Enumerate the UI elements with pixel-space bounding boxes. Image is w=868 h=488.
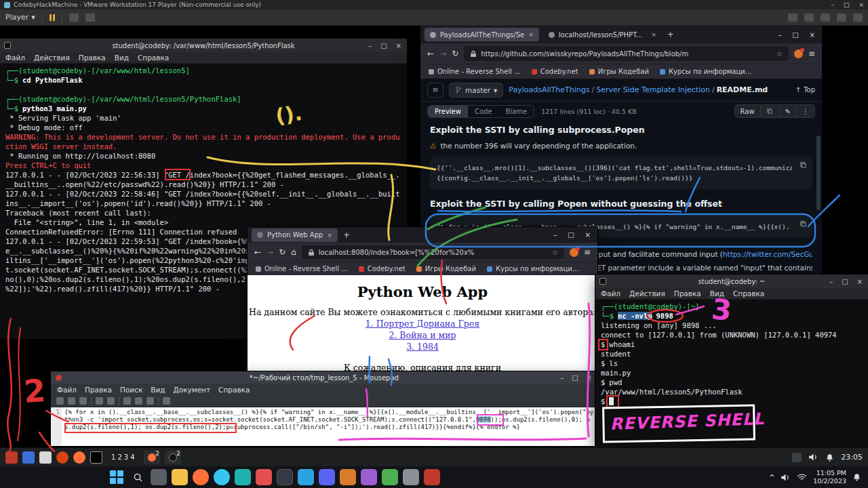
bookmark-reverse-shell[interactable]: Online - Reverse Shell ... <box>256 265 348 272</box>
menu-help[interactable]: Справка <box>733 289 764 298</box>
menu-edit[interactable]: Правка <box>79 54 106 62</box>
window-minimize-button[interactable]: – <box>778 31 781 39</box>
bookmark-codeby[interactable]: Codeby.net <box>359 265 406 272</box>
undo-icon[interactable] <box>96 397 103 405</box>
sidebar-toggle-button[interactable]: ≡ <box>427 83 443 98</box>
vm-files-icon[interactable] <box>22 451 35 464</box>
grab-input-button[interactable] <box>85 14 95 22</box>
tray-expand-icon[interactable]: ^ <box>769 474 774 481</box>
window-minimize-button[interactable]: – <box>553 231 557 239</box>
network-adapter-icon[interactable] <box>788 14 797 22</box>
breadcrumb-repo-link[interactable]: PayloadsAllTheThings <box>509 85 589 94</box>
volume-icon[interactable] <box>808 453 818 462</box>
reload-button[interactable]: ↻ <box>279 247 285 257</box>
player-menu-button[interactable]: Player ▾ <box>5 13 35 22</box>
menu-search[interactable]: Поиск <box>120 386 142 394</box>
tab-localhost-phptwig[interactable]: localhost/lesson5/PHPTwigI × <box>543 28 662 41</box>
vmware-close-button[interactable]: × <box>859 1 864 8</box>
vm-browser-icon[interactable] <box>56 451 68 464</box>
back-button[interactable]: ← <box>254 247 261 257</box>
book-link-2[interactable]: 2. Война и мир <box>248 330 597 340</box>
open-file-icon[interactable] <box>68 397 75 405</box>
tab-close-icon[interactable]: × <box>528 31 534 38</box>
start-icon[interactable] <box>108 469 125 485</box>
edit-file-button[interactable]: ✎ <box>780 104 797 118</box>
reload-button[interactable]: ↻ <box>452 49 458 58</box>
menu-edit[interactable]: Правка <box>85 386 112 394</box>
vscode-icon[interactable] <box>298 469 314 485</box>
book-link-1[interactable]: 1. Портрет Дориана Грея <box>248 319 597 329</box>
url-bar[interactable]: https://github.com/swisskyrepo/PayloadsA… <box>464 46 789 61</box>
forward-button[interactable]: → <box>267 247 273 257</box>
nc-terminal-output[interactable]: ┌──(student@codeby)-[~] └─$nc -nvlp9898 … <box>595 300 868 447</box>
pinned-app-icon-5[interactable] <box>382 469 398 485</box>
vm-text-editor-icon[interactable] <box>39 451 52 464</box>
window-close-button[interactable]: × <box>810 31 815 39</box>
menu-edit[interactable]: Правка <box>674 289 701 298</box>
heading-popen-no-offset[interactable]: Exploit the SSTI by calling Popen withou… <box>430 199 812 209</box>
tab-payloadsallthethings[interactable]: PayloadsAllTheThings/Se × <box>425 28 539 41</box>
tray-icon[interactable] <box>792 453 802 462</box>
more-options-button[interactable]: ⋮ <box>797 104 815 118</box>
tab-preview[interactable]: Preview <box>428 106 468 117</box>
menu-actions[interactable]: Действия <box>34 54 70 62</box>
bookmark-codeby[interactable]: Codeby.net <box>532 68 578 75</box>
menu-view[interactable]: Вид <box>115 54 129 62</box>
bookmark-games[interactable]: Игры Кодебай <box>589 68 649 75</box>
firefox-window-button[interactable]: 2 <box>144 451 160 464</box>
file-explorer-icon[interactable] <box>172 469 188 485</box>
menu-file[interactable]: Файл <box>601 289 620 298</box>
terminal-icon[interactable] <box>277 469 293 485</box>
window-close-button[interactable]: × <box>585 231 591 239</box>
raw-button[interactable]: Raw <box>734 104 761 118</box>
pinned-app-icon-1[interactable] <box>235 469 251 485</box>
tab-close-icon[interactable]: × <box>651 31 656 38</box>
close-button[interactable]: × <box>857 278 863 285</box>
save-file-icon[interactable] <box>79 397 87 405</box>
suspend-vm-button[interactable] <box>50 14 55 21</box>
close-button[interactable]: × <box>396 42 401 49</box>
redo-icon[interactable] <box>107 397 115 405</box>
back-to-top-link[interactable]: ↑Top <box>795 86 815 94</box>
app-menu-icon[interactable]: ≡ <box>808 49 815 58</box>
send-ctrl-alt-del-button[interactable] <box>69 14 79 22</box>
flask-terminal-titlebar[interactable]: student@codeby: /var/www/html/lesson5/Py… <box>0 39 407 52</box>
virtual-printer-icon[interactable] <box>837 14 846 22</box>
window-maximize-button[interactable]: □ <box>568 231 574 239</box>
window-maximize-button[interactable]: □ <box>792 31 798 39</box>
copy-icon[interactable] <box>135 397 142 405</box>
branch-selector-button[interactable]: master ▾ <box>449 83 503 98</box>
firefox-icon[interactable] <box>193 469 209 485</box>
maximize-button[interactable]: □ <box>842 278 848 285</box>
bookmark-star-icon[interactable]: ☆ <box>552 249 558 256</box>
cut-icon[interactable] <box>123 397 131 405</box>
heading-subprocess-popen[interactable]: Exploit the SSTI by calling subprocess.P… <box>430 125 812 135</box>
url-bar[interactable]: localhost:8080/index?book=[%%20for%20x% … <box>302 245 564 259</box>
twitter-link[interactable]: https://twitter.com/SecGus <box>723 250 812 258</box>
usb-device-icon[interactable] <box>804 14 814 22</box>
paste-icon[interactable] <box>146 397 154 405</box>
vm-firefox-icon[interactable] <box>73 451 85 464</box>
minimize-button[interactable]: – <box>560 374 564 382</box>
fullscreen-icon[interactable] <box>853 14 863 22</box>
workspace-1[interactable]: 1 <box>111 453 115 461</box>
workspace-4[interactable]: 4 <box>130 453 134 461</box>
bookmark-reverse-shell[interactable]: Online - Reverse Shell ... <box>429 68 521 75</box>
tab-code[interactable]: Code <box>468 106 499 117</box>
terminal-window-button[interactable]: 2 <box>165 451 181 464</box>
workspace-2[interactable]: 2 <box>117 453 121 461</box>
find-icon[interactable] <box>163 397 170 405</box>
close-button[interactable]: × <box>587 374 592 382</box>
bell-icon[interactable] <box>825 453 834 462</box>
new-tab-button[interactable]: + <box>667 30 674 39</box>
forward-button[interactable]: → <box>439 49 446 58</box>
tab-close-icon[interactable]: × <box>327 232 332 239</box>
menu-view[interactable]: Вид <box>710 289 724 298</box>
menu-file[interactable]: Файл <box>57 386 77 394</box>
maximize-button[interactable]: □ <box>380 42 387 49</box>
pinned-app-icon-4[interactable] <box>361 469 377 485</box>
vm-clock[interactable]: 23:05 <box>841 453 863 462</box>
home-button[interactable]: ⌂ <box>291 247 296 257</box>
nc-terminal-titlebar[interactable]: student@codeby: ~ – □ × <box>595 274 868 288</box>
bookmark-star-icon[interactable]: ☆ <box>776 50 783 58</box>
